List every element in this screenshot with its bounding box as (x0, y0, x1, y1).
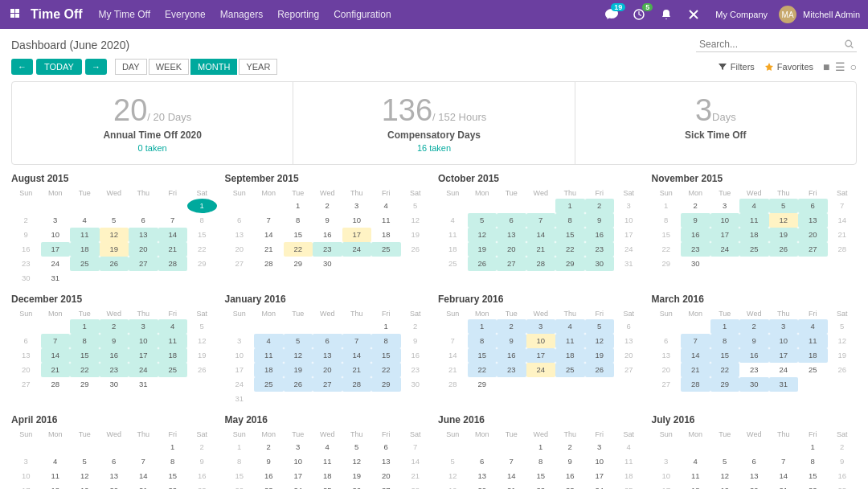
cal-cell[interactable]: 4 (798, 319, 828, 334)
cal-cell[interactable]: 21 (254, 242, 284, 257)
cal-cell[interactable]: 9 (497, 334, 526, 348)
cal-cell[interactable]: 6 (614, 319, 644, 334)
cal-cell[interactable]: 1 (371, 319, 401, 334)
cal-cell[interactable]: 7 (254, 213, 284, 228)
prev-btn[interactable]: ← (11, 59, 33, 75)
cal-cell[interactable]: 16 (187, 469, 217, 483)
cal-cell[interactable]: 22 (468, 363, 497, 377)
cal-cell[interactable]: 20 (313, 363, 342, 377)
cal-cell[interactable]: 27 (497, 257, 526, 271)
cal-cell[interactable]: 12 (342, 454, 372, 469)
cal-cell[interactable]: 6 (739, 454, 769, 469)
view-week[interactable]: WEEK (149, 59, 189, 75)
cal-cell[interactable]: 6 (468, 454, 497, 469)
cal-cell[interactable]: 14 (828, 213, 858, 228)
cal-cell[interactable]: 29 (284, 257, 313, 271)
cal-cell[interactable]: 5 (284, 334, 313, 348)
cal-cell[interactable]: 13 (11, 348, 41, 363)
cal-cell[interactable]: 17 (585, 469, 615, 483)
cal-cell[interactable]: 12 (187, 334, 217, 348)
cal-cell[interactable]: 1 (187, 199, 217, 213)
cal-cell[interactable]: 23 (11, 257, 41, 271)
cal-cell[interactable]: 30 (585, 257, 615, 271)
cal-cell[interactable]: 6 (497, 213, 526, 228)
cal-cell[interactable]: 22 (555, 242, 585, 257)
cal-cell[interactable]: 16 (555, 469, 585, 483)
cal-cell[interactable]: 14 (681, 348, 710, 363)
cal-cell[interactable]: 28 (438, 377, 468, 392)
cal-cell[interactable]: 23 (187, 483, 217, 489)
cal-cell[interactable]: 24 (284, 483, 313, 489)
cal-cell[interactable]: 11 (438, 228, 468, 242)
cal-cell[interactable]: 21 (497, 483, 526, 489)
cal-cell[interactable]: 29 (555, 257, 585, 271)
cal-cell[interactable]: 29 (710, 377, 740, 392)
cal-cell[interactable]: 9 (828, 454, 858, 469)
cal-cell[interactable]: 14 (254, 228, 284, 242)
cal-cell[interactable]: 22 (225, 483, 255, 489)
cal-cell[interactable]: 16 (828, 469, 858, 483)
cal-cell[interactable]: 30 (11, 271, 41, 286)
cal-cell[interactable]: 12 (401, 213, 431, 228)
cal-cell[interactable]: 8 (468, 334, 497, 348)
cal-cell[interactable]: 23 (585, 242, 615, 257)
cal-cell[interactable]: 23 (681, 242, 710, 257)
search-input[interactable] (699, 39, 845, 50)
cal-cell[interactable]: 13 (497, 228, 526, 242)
cal-cell[interactable]: 18 (41, 483, 71, 489)
cal-cell[interactable]: 13 (739, 469, 769, 483)
cal-cell[interactable]: 17 (526, 348, 556, 363)
cal-cell[interactable]: 19 (187, 348, 217, 363)
cal-cell[interactable]: 2 (681, 199, 710, 213)
cal-cell[interactable]: 3 (11, 454, 41, 469)
cal-cell[interactable]: 11 (739, 213, 769, 228)
cal-cell[interactable]: 4 (41, 454, 71, 469)
calendar-view-icon[interactable]: ■ (823, 60, 829, 73)
cal-cell[interactable]: 31 (769, 377, 799, 392)
cal-cell[interactable]: 18 (798, 348, 828, 363)
cal-cell[interactable]: 8 (158, 454, 188, 469)
cal-cell[interactable]: 9 (254, 454, 284, 469)
cal-cell[interactable]: 4 (555, 319, 585, 334)
cal-cell[interactable]: 11 (798, 334, 828, 348)
cal-cell[interactable]: 12 (70, 469, 100, 483)
cal-cell[interactable]: 25 (254, 377, 284, 392)
cal-cell[interactable]: 14 (129, 469, 158, 483)
cal-cell[interactable]: 17 (614, 228, 644, 242)
cal-cell[interactable]: 24 (526, 363, 556, 377)
cal-cell[interactable]: 26 (100, 257, 129, 271)
cal-cell[interactable]: 10 (225, 348, 255, 363)
cal-cell[interactable]: 22 (710, 363, 740, 377)
cal-cell[interactable]: 17 (652, 483, 682, 489)
cal-cell[interactable]: 26 (342, 483, 372, 489)
cal-cell[interactable]: 1 (70, 319, 100, 334)
cal-cell[interactable]: 27 (11, 377, 41, 392)
cal-cell[interactable]: 24 (710, 242, 740, 257)
cal-cell[interactable]: 29 (70, 377, 100, 392)
cal-cell[interactable]: 15 (526, 469, 556, 483)
cal-cell[interactable]: 26 (828, 363, 858, 377)
cal-cell[interactable]: 9 (187, 454, 217, 469)
cal-cell[interactable]: 4 (438, 213, 468, 228)
cal-cell[interactable]: 18 (681, 483, 710, 489)
cal-cell[interactable]: 26 (585, 363, 615, 377)
cal-cell[interactable]: 6 (371, 440, 401, 454)
cal-cell[interactable]: 26 (284, 377, 313, 392)
cal-cell[interactable]: 1 (158, 440, 188, 454)
cal-cell[interactable]: 5 (710, 454, 740, 469)
cal-cell[interactable]: 30 (681, 257, 710, 271)
cal-cell[interactable]: 2 (187, 440, 217, 454)
cal-cell[interactable]: 22 (70, 363, 100, 377)
cal-cell[interactable]: 2 (100, 319, 129, 334)
cal-cell[interactable]: 29 (187, 257, 217, 271)
cal-cell[interactable]: 3 (614, 199, 644, 213)
cal-cell[interactable]: 29 (468, 377, 497, 392)
cal-cell[interactable]: 16 (100, 348, 129, 363)
cal-cell[interactable]: 18 (254, 363, 284, 377)
cal-cell[interactable]: 21 (41, 363, 71, 377)
cal-cell[interactable]: 19 (585, 348, 615, 363)
view-month[interactable]: MONTH (190, 59, 237, 75)
cal-cell[interactable]: 26 (401, 242, 431, 257)
cal-cell[interactable]: 10 (614, 213, 644, 228)
cal-cell[interactable]: 5 (401, 199, 431, 213)
